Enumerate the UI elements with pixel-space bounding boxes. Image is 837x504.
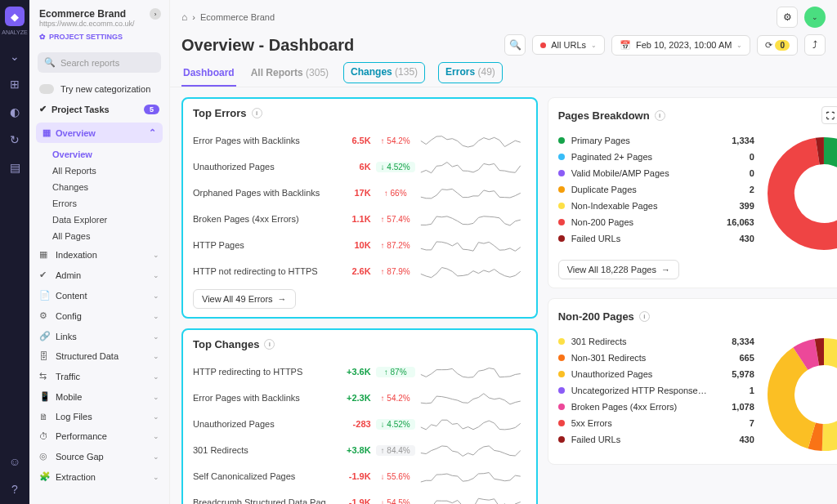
legend-row[interactable]: Valid Mobile/AMP Pages0 bbox=[558, 165, 754, 181]
sidebar-sub-errors[interactable]: Errors bbox=[29, 195, 169, 212]
help-icon[interactable]: ? bbox=[11, 483, 18, 496]
view-all-pages-button[interactable]: View All 18,228 Pages→ bbox=[558, 260, 679, 279]
sidebar-sub-data-explorer[interactable]: Data Explorer bbox=[29, 212, 169, 228]
try-categorization-toggle[interactable]: Try new categorization bbox=[29, 79, 169, 99]
legend-row[interactable]: 301 Redirects8,334 bbox=[558, 333, 754, 350]
sidebar-sub-all-reports[interactable]: All Reports bbox=[29, 163, 169, 179]
project-settings-link[interactable]: ✿ PROJECT SETTINGS bbox=[39, 33, 159, 41]
legend-dot bbox=[558, 137, 565, 144]
info-icon[interactable]: i bbox=[252, 108, 262, 118]
page-title: Overview - Dashboard bbox=[181, 36, 354, 55]
metric-row[interactable]: Error Pages with Backlinks6.5K↑ 54.2% bbox=[193, 127, 526, 154]
metric-value: +3.6K bbox=[340, 367, 371, 377]
sidebar-sub-changes[interactable]: Changes bbox=[29, 179, 169, 195]
expand-button[interactable]: ⛶ bbox=[821, 106, 837, 124]
history-icon[interactable]: ↻ bbox=[10, 133, 20, 146]
smile-icon[interactable]: ☺ bbox=[9, 455, 20, 468]
sidebar-item-structured-data[interactable]: 🗄Structured Data⌄ bbox=[29, 346, 169, 366]
legend-row[interactable]: Duplicate Pages2 bbox=[558, 181, 754, 198]
sidebar-item-config[interactable]: ⚙Config⌄ bbox=[29, 306, 169, 326]
sidebar-sub-all-pages[interactable]: All Pages bbox=[29, 228, 169, 244]
metric-row[interactable]: Breadcrumb Structured Data Pag…-1.9K↓ 54… bbox=[193, 489, 526, 504]
share-button[interactable]: ⤴ bbox=[804, 34, 826, 56]
sparkline-chart bbox=[420, 236, 526, 254]
refresh-button[interactable]: ⟳ 0 bbox=[757, 35, 798, 56]
sidebar-item-performance[interactable]: ⏱Performance⌄ bbox=[29, 426, 169, 446]
sidebar-item-indexation[interactable]: ▦Indexation⌄ bbox=[29, 244, 169, 265]
date-filter-dropdown[interactable]: 📅 Feb 10, 2023, 10:00 AM ⌄ bbox=[611, 35, 750, 56]
legend-row[interactable]: 5xx Errors7 bbox=[558, 415, 754, 431]
globe-icon[interactable]: ◐ bbox=[10, 105, 20, 118]
legend-row[interactable]: Uncategorized HTTP Response…1 bbox=[558, 382, 754, 399]
search-input[interactable]: 🔍 Search reports bbox=[38, 52, 161, 73]
sidebar-item-content[interactable]: 📄Content⌄ bbox=[29, 285, 169, 306]
info-icon[interactable]: i bbox=[639, 311, 650, 322]
url-filter-dropdown[interactable]: All URLs ⌄ bbox=[532, 35, 605, 55]
arrow-right-icon: → bbox=[278, 294, 287, 304]
metric-row[interactable]: Self Canonicalized Pages-1.9K↓ 55.6% bbox=[193, 463, 526, 489]
legend-row[interactable]: Primary Pages1,334 bbox=[558, 132, 754, 149]
legend-row[interactable]: Broken Pages (4xx Errors)1,078 bbox=[558, 399, 754, 415]
collapse-sidebar-icon[interactable]: › bbox=[150, 8, 161, 20]
chevron-down-icon: ⌄ bbox=[153, 312, 159, 320]
metric-row[interactable]: HTTP Pages10K↑ 87.2% bbox=[193, 232, 526, 258]
metric-row[interactable]: Unauthorized Pages6K↓ 4.52% bbox=[193, 154, 526, 180]
sidebar-item-traffic[interactable]: ⇆Traffic⌄ bbox=[29, 366, 169, 386]
user-avatar-button[interactable]: ⌄ bbox=[804, 7, 826, 28]
legend-row[interactable]: Unauthorized Pages5,978 bbox=[558, 366, 754, 382]
metric-value: +3.8K bbox=[340, 445, 371, 455]
chevron-down-icon: ⌄ bbox=[153, 432, 159, 440]
project-tasks-link[interactable]: ✔ Project Tasks 5 bbox=[29, 99, 169, 119]
metric-label: Self Canonicalized Pages bbox=[193, 471, 335, 481]
settings-button[interactable]: ⚙ bbox=[777, 7, 798, 28]
sidebar-item-admin[interactable]: ✔Admin⌄ bbox=[29, 265, 169, 285]
toggle-off-icon bbox=[39, 84, 54, 94]
sidebar-item-links[interactable]: 🔗Links⌄ bbox=[29, 326, 169, 346]
sidebar-item-log-files[interactable]: 🗎Log Files⌄ bbox=[29, 407, 169, 426]
breadcrumb[interactable]: ⌂ › Ecommerce Brand bbox=[181, 11, 275, 23]
tab-changes[interactable]: Changes (135) bbox=[343, 62, 425, 83]
tab-all-reports[interactable]: All Reports (305) bbox=[249, 62, 330, 87]
metric-row[interactable]: 301 Redirects+3.8K↑ 84.4% bbox=[193, 437, 526, 463]
chevron-down-icon[interactable]: ⌄ bbox=[10, 50, 20, 63]
search-button[interactable]: 🔍 bbox=[504, 34, 526, 56]
legend-row[interactable]: Non-200 Pages16,063 bbox=[558, 214, 754, 230]
sparkline-chart bbox=[420, 262, 526, 280]
grid-icon[interactable]: ⊞ bbox=[10, 78, 20, 91]
legend-row[interactable]: Non-Indexable Pages399 bbox=[558, 198, 754, 214]
legend-row[interactable]: Failed URLs430 bbox=[558, 230, 754, 247]
legend-row[interactable]: Failed URLs430 bbox=[558, 431, 754, 448]
clipboard-icon[interactable]: ▤ bbox=[10, 161, 20, 174]
metric-row[interactable]: HTTP not redirecting to HTTPS2.6K↑ 87.9% bbox=[193, 258, 526, 284]
chevron-down-icon: ⌄ bbox=[736, 42, 742, 49]
nav-icon: 📄 bbox=[39, 290, 49, 301]
metric-row[interactable]: HTTP redirecting to HTTPS+3.6K↑ 87% bbox=[193, 359, 526, 385]
metric-row[interactable]: Error Pages with Backlinks+2.3K↑ 54.2% bbox=[193, 385, 526, 411]
nav-icon: ⏱ bbox=[39, 431, 49, 441]
sidebar-item-mobile[interactable]: 📱Mobile⌄ bbox=[29, 386, 169, 407]
metric-label: Unauthorized Pages bbox=[193, 419, 335, 429]
home-icon[interactable]: ⌂ bbox=[181, 11, 187, 23]
donut-chart-non200 bbox=[763, 333, 837, 456]
metric-row[interactable]: Broken Pages (4xx Errors)1.1K↑ 57.4% bbox=[193, 206, 526, 232]
legend-row[interactable]: Paginated 2+ Pages0 bbox=[558, 149, 754, 165]
chevron-down-icon: ⌄ bbox=[153, 393, 159, 401]
app-logo[interactable]: ◆ bbox=[5, 7, 25, 26]
view-all-errors-button[interactable]: View All 49 Errors→ bbox=[193, 289, 296, 309]
sidebar-item-source-gap[interactable]: ◎Source Gap⌄ bbox=[29, 446, 169, 466]
metric-row[interactable]: Unauthorized Pages-283↓ 4.52% bbox=[193, 411, 526, 437]
metric-value: -283 bbox=[340, 419, 371, 429]
metric-row[interactable]: Orphaned Pages with Backlinks17K↑ 66% bbox=[193, 180, 526, 206]
info-icon[interactable]: i bbox=[264, 339, 275, 350]
tab-errors[interactable]: Errors (49) bbox=[438, 62, 503, 83]
sidebar-item-overview[interactable]: ▦ Overview ⌃ bbox=[36, 123, 163, 143]
tab-dashboard[interactable]: Dashboard bbox=[181, 62, 236, 87]
legend-label: 301 Redirects bbox=[571, 337, 707, 346]
sidebar-item-extraction[interactable]: 🧩Extraction⌄ bbox=[29, 466, 169, 487]
metric-delta: ↑ 66% bbox=[376, 188, 415, 198]
legend-row[interactable]: Non-301 Redirects665 bbox=[558, 350, 754, 366]
sidebar-sub-overview[interactable]: Overview bbox=[29, 146, 169, 163]
info-icon[interactable]: i bbox=[655, 110, 665, 121]
chevron-up-icon: ⌃ bbox=[149, 127, 156, 138]
sparkline-chart bbox=[420, 389, 526, 407]
